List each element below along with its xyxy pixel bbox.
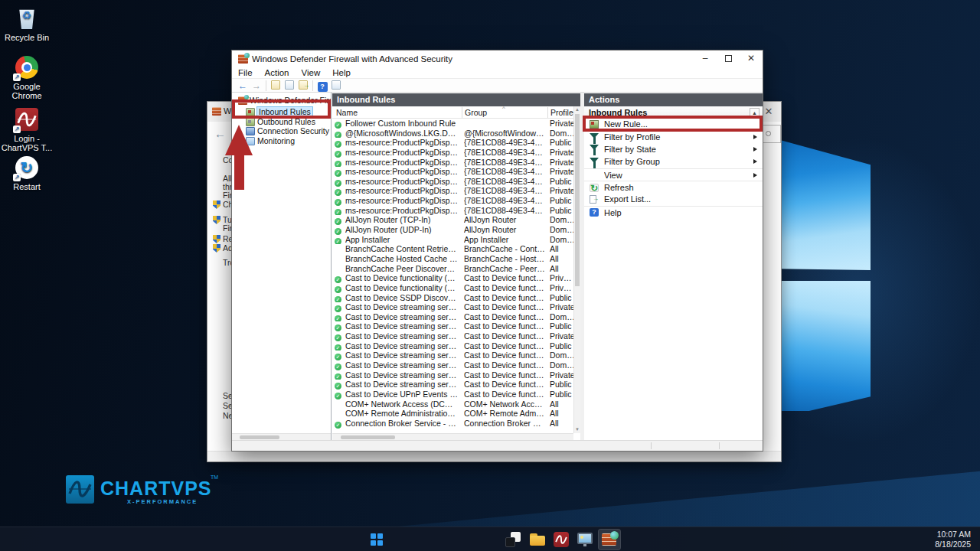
rule-row[interactable]: ✓ Cast to Device streaming server (RTSP-…	[332, 370, 573, 380]
rule-row[interactable]: ✓ Cast to Device streaming server (RTSP-…	[332, 360, 573, 370]
menu-help[interactable]: Help	[326, 68, 357, 77]
menu-view[interactable]: View	[296, 68, 327, 77]
shortcut-arrow-icon: ↗	[13, 73, 21, 81]
desktop-icon-login-chartvps[interactable]: ↗ Login - ChartVPS T...	[0, 107, 54, 152]
monitor-app-button[interactable]	[577, 531, 593, 548]
tray-time: 10:07 AM	[917, 530, 971, 540]
rule-row[interactable]: ✓ Cast to Device streaming server (HTTP-…	[332, 321, 573, 331]
export-list-icon[interactable]	[296, 80, 310, 92]
inbound-rules-list-pane[interactable]: Inbound Rules Name Group ^ Profile ✓ Fol…	[332, 93, 580, 440]
rule-row[interactable]: ✓ Follower Custom Inbound Rule Private	[332, 119, 573, 129]
tray-clock[interactable]: 10:07 AM 8/18/2025	[917, 530, 971, 549]
export-icon[interactable]	[269, 80, 283, 92]
rule-row[interactable]: ✓ AllJoyn Router (TCP-In) AllJoyn Router…	[332, 215, 573, 225]
rule-row[interactable]: ✓ Cast to Device streaming server (RTCP-…	[332, 350, 573, 360]
action-refresh[interactable]: ↻ Refresh	[584, 181, 763, 193]
tree-item-connection-security-rules[interactable]: Connection Security Rules	[246, 126, 332, 136]
status-bar	[232, 440, 763, 451]
rule-row[interactable]: ✓ Connection Broker Service - WMI (DCO..…	[332, 419, 573, 429]
toolbar-separator	[266, 80, 266, 91]
list-vertical-scrollbar[interactable]: ▲ ▼	[573, 106, 580, 433]
file-explorer-button[interactable]	[529, 531, 546, 548]
minimize-button[interactable]: –	[694, 51, 717, 67]
console-titlebar[interactable]: Windows Defender Firewall with Advanced …	[232, 51, 763, 67]
column-header-name[interactable]: Name	[336, 107, 358, 118]
brand-tagline: X-PERFORMANCE	[127, 498, 198, 505]
scroll-up-arrow[interactable]: ▲	[574, 106, 580, 113]
forward-icon[interactable]: →	[250, 80, 263, 92]
action-export-list[interactable]: Export List...	[584, 193, 763, 205]
rule-row[interactable]: ✓ Cast to Device streaming server (RTCP-…	[332, 341, 573, 351]
rule-row[interactable]: ✓ ms-resource:ProductPkgDisplayName {78E…	[332, 177, 573, 187]
scrollbar-thumb[interactable]	[575, 114, 580, 286]
rule-row[interactable]: ✓ Cast to Device streaming server (HTTP-…	[332, 302, 573, 312]
rule-group: BranchCache - Hosted Cach...	[464, 254, 545, 264]
action-help[interactable]: ? Help	[584, 206, 763, 218]
task-view-button[interactable]	[505, 531, 521, 548]
scrollbar-thumb[interactable]	[341, 435, 395, 439]
list-horizontal-scrollbar[interactable]	[332, 433, 573, 440]
rule-row[interactable]: ✓ BranchCache Peer Discovery (WSD-In) Br…	[332, 264, 573, 274]
rule-row[interactable]: ✓ COM+ Network Access (DCOM-In) COM+ Net…	[332, 399, 573, 409]
action-view[interactable]: View	[584, 168, 763, 181]
column-header-profile[interactable]: Profile	[550, 107, 573, 118]
rule-group: Cast to Device functionality	[464, 283, 545, 293]
rule-name: Cast to Device streaming server (HTTP-St…	[345, 321, 459, 331]
rule-enabled-icon: ✓	[335, 305, 341, 312]
rule-row[interactable]: ✓ Cast to Device SSDP Discovery (UDP-In)…	[332, 293, 573, 303]
desktop-icon-google-chrome[interactable]: ↗ Google Chrome	[0, 55, 54, 100]
rule-row[interactable]: ✓ ms-resource:ProductPkgDisplayName {78E…	[332, 196, 573, 206]
rule-row[interactable]: ✓ Cast to Device UPnP Events (TCP-In) Ca…	[332, 390, 573, 399]
rule-row[interactable]: ✓ ms-resource:ProductPkgDisplayName {78E…	[332, 167, 573, 177]
rule-row[interactable]: ✓ App Installer App Installer Domai...	[332, 235, 573, 245]
show-hide-action-pane-icon[interactable]	[329, 80, 343, 92]
chartvps-app-button[interactable]	[553, 531, 570, 548]
action-filter-by-state[interactable]: Filter by State	[584, 143, 763, 155]
wallpaper-window-pane-bottom	[780, 281, 871, 411]
annotation-box-inbound-rules	[232, 99, 331, 119]
rule-row[interactable]: ✓ AllJoyn Router (UDP-In) AllJoyn Router…	[332, 225, 573, 235]
scrollbar-thumb[interactable]	[240, 435, 279, 439]
scroll-down-arrow[interactable]: ▼	[574, 426, 580, 433]
tree-item-monitoring[interactable]: Monitoring	[246, 136, 295, 146]
actions-pane[interactable]: Actions Inbound Rules ▲ New Rule... Filt…	[584, 93, 763, 440]
rule-name: ms-resource:ProductPkgDisplayName	[345, 177, 459, 187]
start-button[interactable]	[368, 531, 385, 548]
tree-horizontal-scrollbar[interactable]	[232, 433, 331, 440]
column-separator[interactable]	[547, 107, 548, 118]
rule-row[interactable]: ✓ ms-resource:ProductPkgDisplayName {78E…	[332, 148, 573, 158]
desktop-icon-restart[interactable]: ↻ ↗ Restart	[0, 155, 54, 191]
column-separator[interactable]	[462, 107, 462, 118]
rule-row[interactable]: ✓ @{MicrosoftWindows.LKG.DesktopSpotli..…	[332, 129, 573, 139]
rule-row[interactable]: ✓ Cast to Device streaming server (RTCP-…	[332, 331, 573, 341]
firewall-app-button[interactable]	[601, 531, 618, 548]
column-header-group[interactable]: Group	[465, 107, 487, 118]
maximize-button[interactable]	[717, 51, 740, 67]
show-hide-console-tree-icon[interactable]	[283, 80, 296, 92]
rule-row[interactable]: ✓ COM+ Remote Administration (DCOM-In) C…	[332, 409, 573, 419]
help-icon[interactable]: ?	[315, 80, 329, 92]
cp-close-button[interactable]: ✕	[763, 106, 775, 118]
menu-file[interactable]: File	[232, 68, 259, 77]
desktop-icon-recycle-bin[interactable]: ♻ Recycle Bin	[0, 6, 54, 42]
rule-row[interactable]: ✓ Cast to Device functionality (qWave-UD…	[332, 283, 573, 293]
rule-name: Cast to Device SSDP Discovery (UDP-In)	[345, 293, 459, 303]
rule-row[interactable]: ✓ Cast to Device streaming server (HTTP-…	[332, 312, 573, 322]
rule-row[interactable]: ✓ Cast to Device streaming server (RTSP-…	[332, 380, 573, 390]
rule-row[interactable]: ✓ Cast to Device functionality (qWave-TC…	[332, 273, 573, 283]
action-filter-by-group[interactable]: Filter by Group	[584, 155, 763, 168]
rule-row[interactable]: ✓ BranchCache Hosted Cache Server (HTT..…	[332, 254, 573, 264]
rule-profile: Private...	[550, 273, 573, 283]
back-icon[interactable]: ←	[236, 80, 250, 92]
rule-row[interactable]: ✓ ms-resource:ProductPkgDisplayName {78E…	[332, 186, 573, 196]
rule-row[interactable]: ✓ ms-resource:ProductPkgDisplayName {78E…	[332, 206, 573, 216]
rule-row[interactable]: ✓ BranchCache Content Retrieval (HTTP-In…	[332, 244, 573, 254]
rule-row[interactable]: ✓ ms-resource:ProductPkgDisplayName {78E…	[332, 158, 573, 168]
cp-back-arrow-icon[interactable]: ←	[214, 127, 226, 140]
menu-action[interactable]: Action	[259, 68, 296, 77]
close-button[interactable]: ✕	[740, 51, 763, 67]
rule-row[interactable]: ✓ ms-resource:ProductPkgDisplayName {78E…	[332, 138, 573, 148]
rule-enabled-icon: ✓	[335, 315, 341, 322]
rule-profile: Private...	[550, 283, 573, 293]
action-filter-by-profile[interactable]: Filter by Profile	[584, 130, 763, 142]
